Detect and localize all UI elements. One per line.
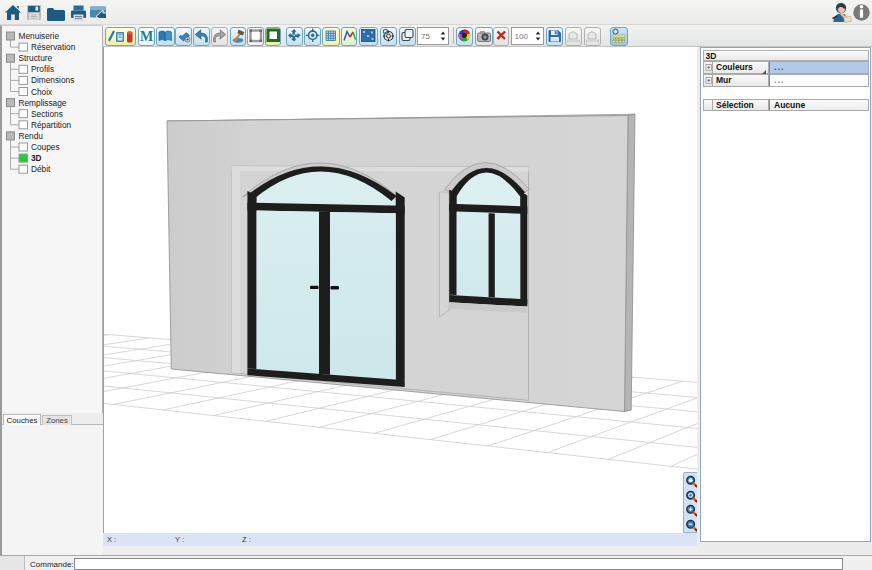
- svg-text:Dimensions: Dimensions: [31, 75, 74, 85]
- svg-text:Remplissage: Remplissage: [19, 98, 67, 108]
- svg-text:Sections: Sections: [31, 109, 63, 119]
- svg-text:Structure: Structure: [19, 53, 53, 63]
- svg-text:Menuiserie: Menuiserie: [19, 31, 60, 41]
- svg-text:Rendu: Rendu: [19, 131, 44, 141]
- svg-text:Coupes: Coupes: [31, 142, 60, 152]
- svg-text:Profils: Profils: [31, 64, 54, 74]
- svg-text:Réservation: Réservation: [31, 42, 76, 52]
- svg-text:3D: 3D: [31, 153, 42, 163]
- svg-text:M: M: [139, 28, 152, 43]
- svg-text:Débit: Débit: [31, 164, 51, 174]
- svg-text:Choix: Choix: [31, 87, 53, 97]
- svg-text:Répartition: Répartition: [31, 120, 72, 130]
